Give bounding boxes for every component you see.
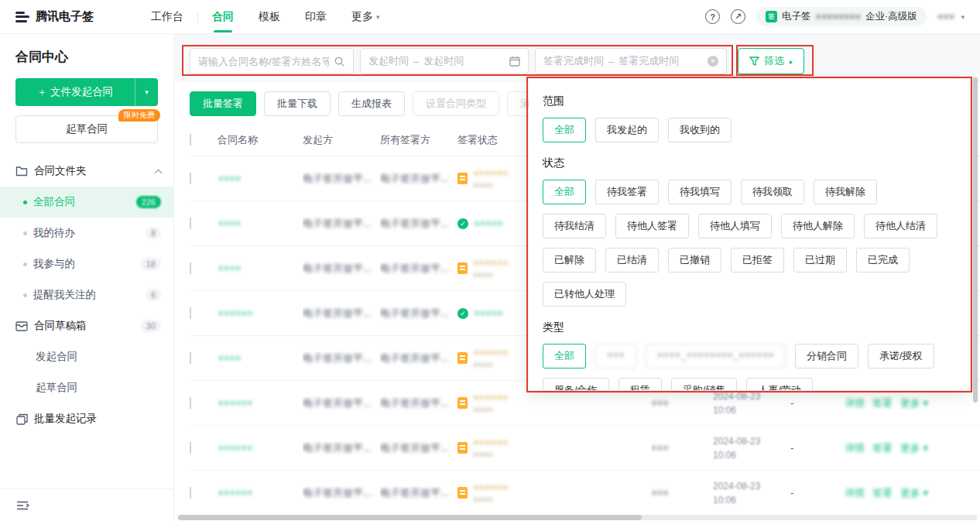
filter-option-scope[interactable]: 我发起的 [595,118,659,142]
contract-name-link[interactable]: ×××× [218,173,241,184]
collapse-sidebar-icon[interactable] [15,500,29,511]
filter-options-status: 全部待我签署待我填写待我领取待我解除待我结清待他人签署待他人填写待他人解除待他人… [543,180,956,316]
search-icon[interactable] [334,56,345,67]
filter-option-status[interactable]: 已过期 [793,248,847,272]
user-menu[interactable]: ××× ▾ [937,11,965,22]
filter-option-type[interactable]: ××× [595,344,636,368]
row-checkbox[interactable] [190,173,191,184]
filter-option-type[interactable]: 分销合同 [795,344,858,368]
sidebar-group-label: 合同文件夹 [34,164,87,178]
batch-download-button[interactable]: 批量下载 [264,91,331,116]
contract-name-link[interactable]: ×××××× [218,397,253,409]
signers-cell: 电子签开放平... [380,172,457,186]
sidebar-group-draft-box[interactable]: 合同草稿箱 30 [0,310,173,341]
contract-name-link[interactable]: ×××××× [218,307,253,319]
name-cell: ×××× [218,352,303,364]
filter-option-type[interactable]: ××××_××××××××_×××××× [646,344,786,368]
filter-option-status[interactable]: 已解除 [543,248,596,272]
row-checkbox[interactable] [190,397,191,409]
filter-option-status[interactable]: 已完成 [856,248,910,272]
sidebar-item-batch-records[interactable]: 批量发起记录 [0,403,173,434]
filter-option-status[interactable]: 待他人签署 [615,214,689,238]
contract-name-link[interactable]: ×××××× [218,442,253,454]
nav-item-seal[interactable]: 印章 [293,0,339,34]
contract-name-link[interactable]: ×××× [218,352,241,364]
row-action-link[interactable]: 签署 [872,397,893,409]
generate-report-button[interactable]: 生成报表 [338,91,405,116]
help-icon[interactable]: ? [705,9,720,24]
row-checkbox[interactable] [190,218,191,229]
nav-item-more[interactable]: 更多▾ [339,0,392,34]
filter-option-type[interactable]: 服务/合作 [543,378,609,390]
sidebar-item-my-participated[interactable]: 我参与的18 [0,249,173,279]
row-action-link[interactable]: 更多 ▾ [900,487,928,499]
row-action-link[interactable]: 详情 [845,487,865,499]
org-badge[interactable]: 签 电子签 ×××××××× 企业·高级版 [756,7,927,26]
create-contract-caret[interactable]: ▾ [135,78,158,106]
row-action-link[interactable]: 签署 [872,487,893,499]
sidebar-group-contract-folder[interactable]: 合同文件夹 [0,156,173,187]
row-action-link[interactable]: 详情 [845,442,865,454]
filter-option-status[interactable]: 全部 [543,180,586,204]
filter-option-status[interactable]: 待我结清 [543,214,606,238]
sidebar-item-remind-me[interactable]: 提醒我关注的6 [0,279,173,310]
filter-option-status[interactable]: 待我解除 [814,180,877,204]
search-input[interactable] [198,56,329,67]
horizontal-scrollbar[interactable] [178,515,642,520]
filter-option-status[interactable]: 待他人结清 [864,214,937,238]
row-action-link[interactable]: 更多 ▾ [900,397,928,409]
signers-cell: 电子签开放平... [380,217,457,231]
sidebar-item-my-todo[interactable]: 我的待办8 [0,218,173,249]
filter-option-status[interactable]: 已拒签 [731,248,784,272]
row-checkbox[interactable] [190,307,191,319]
filter-option-status[interactable]: 待他人填写 [698,214,772,238]
row-action-link[interactable]: 签署 [872,442,893,454]
filter-option-status[interactable]: 待我签署 [595,180,659,204]
filter-option-status[interactable]: 已撤销 [668,248,721,272]
filter-option-status[interactable]: 已转他人处理 [543,282,626,307]
row-checkbox[interactable] [190,262,191,274]
filter-option-scope[interactable]: 全部 [543,118,586,142]
filter-option-status[interactable]: 待我填写 [668,180,732,204]
sidebar-item-draft-contract[interactable]: 起草合同 [0,372,173,403]
filter-option-scope[interactable]: 我收到的 [668,118,732,142]
filter-option-type[interactable]: 租赁 [618,378,662,390]
signers-cell: 电子签开放平... [380,396,457,410]
sidebar-item-initiate-contract[interactable]: 发起合同 [0,341,173,372]
initiate-time-range[interactable]: 发起时间 – 发起时间 [360,48,529,74]
contract-name-link[interactable]: ×××××× [218,487,253,499]
count-badge: 6 [146,289,161,301]
create-contract-button[interactable]: ＋ 文件发起合同 [15,78,135,106]
filter-option-status[interactable]: 待他人解除 [781,214,855,238]
row-checkbox[interactable] [190,487,191,499]
row-checkbox[interactable] [190,352,191,364]
draft-contract-button[interactable]: 起草合同 限时免费 [15,115,158,143]
vertical-scrollbar[interactable] [973,77,978,403]
row-action-link[interactable]: 更多 ▾ [900,442,928,454]
contract-name-link[interactable]: ×××× [218,218,241,229]
filter-button[interactable]: 筛选 ▴ [738,48,804,74]
nav-item-workbench[interactable]: 工作台 [139,0,196,34]
select-all-checkbox[interactable] [190,134,191,146]
complete-time-range[interactable]: 签署完成时间 – 签署完成时间 ✕ [535,48,727,74]
clear-icon[interactable]: ✕ [708,56,718,67]
filter-option-type[interactable]: 人事/劳动 [746,378,813,390]
filter-option-status[interactable]: 已结清 [605,248,659,272]
initiator-text: 电子签开放平... [303,262,372,274]
guide-icon[interactable]: ↗ [731,9,745,24]
contract-name-link[interactable]: ×××× [218,262,241,274]
status-line1: ×××××× [473,257,509,269]
initiator-cell: 电子签开放平... [303,307,380,320]
filter-option-status[interactable]: 待我领取 [741,180,804,204]
nav-item-template[interactable]: 模板 [246,0,293,34]
nav-item-contract[interactable]: 合同 [200,0,246,34]
batch-sign-button[interactable]: 批量签署 [190,91,256,116]
filter-option-type[interactable]: 采购/销售 [671,378,738,390]
row-checkbox[interactable] [190,442,191,454]
filter-option-type[interactable]: 全部 [543,344,586,368]
filter-option-type[interactable]: 承诺/授权 [868,344,934,368]
row-action-link[interactable]: 详情 [845,397,865,409]
status-text: ×××××××××× [473,482,509,504]
status-line2: ×××× [473,450,509,459]
sidebar-item-all-contracts[interactable]: 全部合同226 [0,187,173,218]
